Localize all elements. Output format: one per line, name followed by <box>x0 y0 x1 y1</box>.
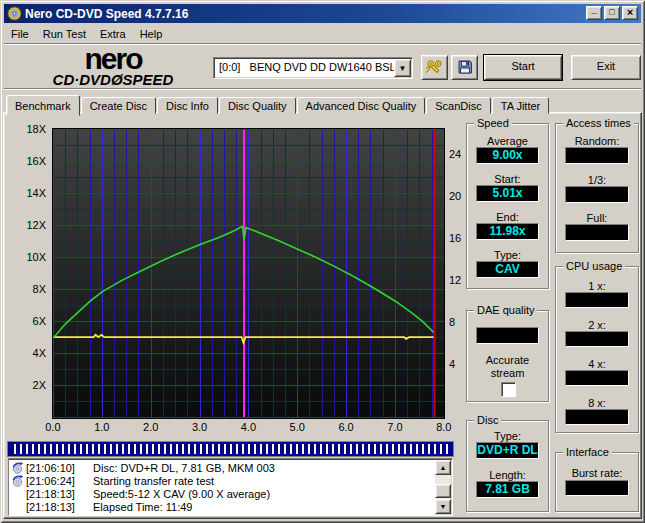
save-button[interactable] <box>451 55 478 80</box>
tab-ta-jitter[interactable]: TA Jitter <box>492 97 550 114</box>
save-icon <box>457 59 473 75</box>
log-entry: [21:18:13]Elapsed Time: 11:49 <box>11 500 192 513</box>
y-axis-left-tick: 12X <box>14 219 46 231</box>
burst-rate-value <box>565 480 629 496</box>
disc-type-label: Type: <box>467 430 548 442</box>
full-value <box>565 224 629 241</box>
menu-file[interactable]: File <box>4 26 36 42</box>
cpu-2x-label: 2 x: <box>556 319 638 331</box>
dae-quality-value <box>476 327 539 344</box>
scrollbar-thumb[interactable] <box>435 484 451 498</box>
access-times-title: Access times <box>563 117 634 129</box>
y-axis-right-tick: 4 <box>449 358 455 370</box>
scroll-up-icon[interactable]: ▲ <box>435 460 451 475</box>
y-axis-left-tick: 4X <box>14 347 46 359</box>
log-time: [21:06:24] <box>26 475 82 487</box>
disc-length-value: 7.81 GB <box>476 481 539 498</box>
cpu-usage-panel: CPU usage 1 x: 2 x: 4 x: 8 x: <box>555 266 639 433</box>
type-value: CAV <box>476 261 539 278</box>
chart-series <box>53 129 444 418</box>
log-box: [21:06:10]Disc: DVD+R DL, 7.81 GB, MKM 0… <box>8 458 453 516</box>
x-axis-tick: 1.0 <box>89 421 115 433</box>
log-text: Speed:5-12 X CAV (9.00 X average) <box>93 488 270 500</box>
app-window: Nero CD-DVD Speed 4.7.7.16 _ □ × File Ru… <box>0 0 645 523</box>
random-value <box>565 147 629 164</box>
random-label: Random: <box>556 135 638 147</box>
x-axis-tick: 6.0 <box>333 421 359 433</box>
tab-scandisc[interactable]: ScanDisc <box>426 97 490 114</box>
end-label: End: <box>467 211 548 223</box>
average-label: Average <box>467 135 548 147</box>
speed-panel-title: Speed <box>474 117 512 129</box>
x-axis-tick: 5.0 <box>284 421 310 433</box>
window-title: Nero CD-DVD Speed 4.7.7.16 <box>25 7 188 21</box>
disc-panel: Disc Type: DVD+R DL Length: 7.81 GB <box>466 420 549 512</box>
tab-disc-quality[interactable]: Disc Quality <box>219 97 296 114</box>
menu-help[interactable]: Help <box>133 26 170 42</box>
tab-advanced-disc-quality[interactable]: Advanced Disc Quality <box>297 97 426 114</box>
menu-bar: File Run Test Extra Help <box>4 25 169 43</box>
y-axis-right-tick: 8 <box>449 316 455 328</box>
y-axis-left-tick: 8X <box>14 283 46 295</box>
x-axis-tick: 4.0 <box>235 421 261 433</box>
dae-quality-panel: DAE quality Accurate stream <box>466 310 549 402</box>
tools-icon <box>426 59 443 76</box>
dae-quality-title: DAE quality <box>474 304 537 316</box>
disc-type-value: DVD+R DL <box>476 442 539 459</box>
one-third-label: 1/3: <box>556 174 638 186</box>
log-time: [21:18:13] <box>26 488 82 500</box>
cpu-1x-value <box>565 292 629 308</box>
accurate-stream-checkbox[interactable] <box>501 382 516 397</box>
y-axis-right-tick: 12 <box>449 274 461 286</box>
options-button[interactable] <box>421 55 448 80</box>
interface-title: Interface <box>563 446 612 458</box>
menu-extra[interactable]: Extra <box>93 26 133 42</box>
y-axis-right-tick: 24 <box>449 148 461 160</box>
scroll-down-icon[interactable]: ▼ <box>435 499 451 514</box>
x-axis-tick: 7.0 <box>382 421 408 433</box>
log-time: [21:06:10] <box>26 462 82 474</box>
dropdown-arrow-icon[interactable]: ▼ <box>394 59 411 77</box>
drive-selector-value: [0:0] BENQ DVD DD DW1640 BSLB <box>219 61 403 73</box>
interface-panel: Interface Burst rate: <box>555 452 639 512</box>
close-button[interactable]: × <box>622 6 638 20</box>
cpu-4x-value <box>565 370 629 386</box>
x-axis-tick: 3.0 <box>187 421 213 433</box>
separator <box>4 88 641 90</box>
cpu-8x-label: 8 x: <box>556 397 638 409</box>
y-axis-left-tick: 10X <box>14 251 46 263</box>
start-button[interactable]: Start <box>484 55 562 80</box>
start-label: Start: <box>467 173 548 185</box>
cpu-1x-label: 1 x: <box>556 280 638 292</box>
log-time: [21:18:13] <box>26 501 82 513</box>
cpu-8x-value <box>565 409 629 425</box>
accurate-stream-label: stream <box>467 367 548 379</box>
tab-disc-info[interactable]: Disc Info <box>157 97 218 114</box>
y-axis-left-tick: 18X <box>14 123 46 135</box>
tab-strip: BenchmarkCreate DiscDisc InfoDisc Qualit… <box>6 93 550 114</box>
y-axis-left-tick: 6X <box>14 315 46 327</box>
disc-event-icon <box>11 475 24 487</box>
log-scrollbar[interactable]: ▲ ▼ <box>435 460 451 514</box>
y-axis-left-tick: 14X <box>14 187 46 199</box>
test-progress-bar <box>8 442 453 456</box>
disc-length-label: Length: <box>467 469 548 481</box>
minimize-button[interactable]: _ <box>586 6 602 20</box>
log-text: Elapsed Time: 11:49 <box>93 501 192 513</box>
one-third-value <box>565 186 629 203</box>
log-entry: [21:06:10]Disc: DVD+R DL, 7.81 GB, MKM 0… <box>11 461 275 474</box>
cpu-2x-value <box>565 331 629 347</box>
tab-benchmark[interactable]: Benchmark <box>6 95 80 116</box>
y-axis-right-tick: 20 <box>449 190 461 202</box>
disc-event-icon <box>11 462 24 474</box>
log-entry: [21:06:24]Starting transfer rate test <box>11 474 214 487</box>
x-axis-tick: 2.0 <box>138 421 164 433</box>
y-axis-left-tick: 16X <box>14 155 46 167</box>
exit-button[interactable]: Exit <box>571 55 641 80</box>
drive-selector[interactable]: [0:0] BENQ DVD DD DW1640 BSLB ▼ <box>213 57 413 79</box>
log-text: Starting transfer rate test <box>93 475 214 487</box>
menu-run-test[interactable]: Run Test <box>36 26 93 42</box>
maximize-button[interactable]: □ <box>604 6 620 20</box>
tab-create-disc[interactable]: Create Disc <box>81 97 156 114</box>
cpu-usage-title: CPU usage <box>563 260 625 272</box>
